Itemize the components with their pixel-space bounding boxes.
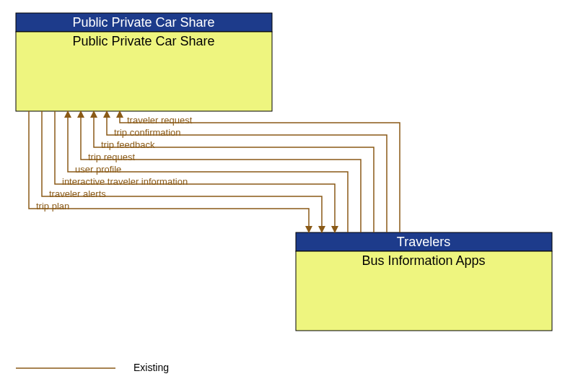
- box-b-header: Travelers: [397, 235, 450, 249]
- architecture-diagram: Public Private Car Share Public Private …: [0, 0, 565, 392]
- legend: Existing: [16, 362, 169, 373]
- flows: traveler requesttrip confirmationtrip fe…: [29, 111, 400, 232]
- box-travelers-bus-apps: Travelers Bus Information Apps: [296, 232, 552, 331]
- flow-label: trip confirmation: [114, 127, 180, 138]
- box-a-title: Public Private Car Share: [72, 34, 214, 48]
- legend-existing-label: Existing: [133, 362, 169, 373]
- box-public-private-car-share: Public Private Car Share Public Private …: [16, 13, 272, 111]
- flow-label: traveler request: [127, 115, 193, 126]
- flow-label: trip request: [88, 152, 135, 162]
- flow-label: interactive traveler information: [62, 176, 188, 187]
- box-b-title: Bus Information Apps: [362, 253, 485, 268]
- flow-label: user profile: [75, 164, 121, 175]
- flow-label: trip plan: [36, 201, 69, 212]
- box-a-header: Public Private Car Share: [72, 15, 214, 30]
- flow-label: trip feedback: [101, 139, 155, 150]
- flow-label: traveler alerts: [49, 188, 106, 199]
